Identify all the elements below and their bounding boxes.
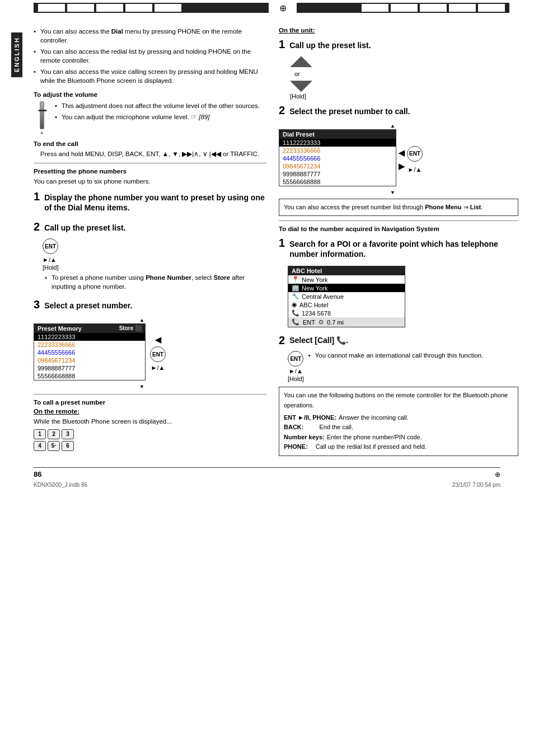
step1-number: 1 [34, 190, 40, 203]
abc-row-2: 🏢 New York [288, 284, 405, 292]
wrench-icon: 🔧 [292, 293, 299, 300]
step2-right-text: Select the preset number to call. [289, 106, 410, 116]
top-border-right-decoration [357, 4, 509, 12]
dial-row-3: 44455556666 [279, 154, 396, 162]
hold-text-right: [Hold] [290, 93, 306, 100]
tb-block-2 [67, 4, 94, 12]
ent-button-step2[interactable]: ENT [43, 238, 58, 254]
step1-text: Display the phone number you want to pre… [44, 192, 266, 213]
remote-item-1: ENT ►/II, PHONE: Answer the incoming cal… [284, 413, 513, 423]
key-6[interactable]: 6 [62, 441, 74, 451]
ent-label: ENT [45, 243, 56, 250]
top-border-left [34, 3, 269, 13]
abc-footer: 📞 ENT ⊙ 0.7 mi [288, 317, 405, 327]
step2-nav-number: 2 [279, 334, 285, 347]
step1-nav-container: 1 Search for a POI or a favorite point w… [279, 236, 518, 262]
top-border-right [297, 3, 509, 13]
key-5[interactable]: 5· [48, 441, 60, 451]
step2-hold-label: [Hold] [34, 264, 266, 271]
hold-label-nav: [Hold] [288, 375, 304, 382]
step1-right-container: 1 Call up the preset list. [279, 37, 518, 54]
presetting-heading: Presetting the phone numbers [34, 168, 266, 175]
volume-bullet-2: You can adjust the microphone volume lev… [55, 112, 260, 121]
step2-nav-bullets: You cannot make an international call th… [308, 351, 484, 362]
bullet-3: You can also access the voice calling sc… [34, 67, 266, 85]
step1-left-container: 1 Display the phone number you want to p… [34, 189, 266, 216]
ent-button-nav[interactable]: ENT [288, 351, 303, 367]
on-unit-label: On the unit: [279, 27, 518, 34]
left-column: You can also access the Dial menu by pre… [34, 21, 274, 462]
pin-icon: 📍 [292, 276, 299, 283]
ent-label-dial: ENT [409, 151, 420, 157]
top-center-symbol: ⊕ [269, 3, 297, 13]
left-arrow-icon: ◀ [155, 335, 161, 344]
preset-call-heading: To call a preset number [34, 399, 266, 406]
down-arrow-btn[interactable] [290, 81, 312, 92]
dial-row-4: 09845671234 [279, 162, 396, 170]
preset-table-container: ▲ Preset Memory Store ⬛ 11122223333 2223… [34, 317, 146, 389]
volume-icon: + [34, 101, 50, 136]
step1-nav-number: 1 [279, 237, 285, 250]
ent-button-preset[interactable]: ENT [150, 346, 166, 362]
preset-side-nav: ◀ ENT ►/▲ [148, 335, 168, 371]
key-2[interactable]: 2 [48, 429, 60, 439]
play-label-nav: ►/▲ [289, 368, 303, 374]
abc-table-container: ABC Hotel 📍 New York 🏢 New York 🔧 Centra… [288, 266, 518, 327]
step2-bullets: To preset a phone number using Phone Num… [34, 273, 266, 291]
remote-item-2: BACK: End the call. [284, 422, 513, 433]
top-border: ⊕ [0, 0, 534, 16]
number-keys: 1 2 3 4 5· 6 [34, 429, 266, 451]
tb-block-r3 [420, 4, 447, 12]
volume-bullets: This adjustment does not affect the volu… [55, 101, 260, 124]
tb-block-r5 [478, 4, 505, 12]
key-4[interactable]: 4 [34, 441, 46, 451]
key-row-1: 1 2 3 [34, 429, 266, 439]
ent-label-nav: ENT [290, 356, 301, 362]
or-text: or [294, 71, 300, 77]
bullet-2: You can also access the redial list by p… [34, 47, 266, 65]
dial-table-container: ▲ Dial Preset 11122223333 22233336666 44… [279, 123, 396, 195]
remote-key-3: Number keys: [284, 433, 325, 443]
up-down-or: or [Hold] [279, 56, 518, 100]
step2-nav-text: Select [Call] 📞. [289, 335, 348, 345]
dial-down-arrow: ▼ [279, 190, 396, 195]
abc-table: ABC Hotel 📍 New York 🏢 New York 🔧 Centra… [288, 266, 405, 327]
abc-row-4: ◉ ABC Hotel [288, 300, 405, 309]
play-label-preset: ►/▲ [151, 364, 165, 371]
tb-block-3 [96, 4, 123, 12]
language-label: ENGLISH [11, 32, 22, 77]
up-arrow-btn[interactable] [290, 56, 312, 67]
step2-left-container: 2 Call up the preset list. [34, 219, 266, 236]
abc-row-5-text: 1234 5678 [302, 310, 331, 317]
step3-text: Select a preset number. [44, 300, 132, 311]
content-area: ENGLISH You can also access the Dial men… [0, 16, 534, 462]
dial-row-6: 55566668888 [279, 178, 396, 186]
step1-right-text: Call up the preset list. [289, 40, 371, 50]
abc-row-5: 📞 1234 5678 [288, 309, 405, 317]
preset-nav-right: ►/▲ [151, 364, 165, 371]
ent-label-preset: ENT [152, 351, 163, 358]
dial-side-nav: ◀ ▶ [399, 148, 405, 171]
key-1[interactable]: 1 [34, 429, 46, 439]
dial-left-arrow: ◀ [399, 148, 405, 157]
abc-footer-dist: 0.7 mi [327, 319, 344, 326]
step2-bullet-1: To preset a phone number using Phone Num… [45, 273, 266, 291]
key-3[interactable]: 3 [62, 429, 74, 439]
preset-up-arrow: ▲ [34, 317, 146, 323]
q-icon: ◉ [292, 301, 297, 308]
volume-box: + This adjustment does not affect the vo… [34, 101, 266, 136]
remote-desc-4: Call up the redial list if pressed and h… [316, 442, 427, 452]
remote-key-4: PHONE: [284, 442, 308, 452]
end-call-text: Press and hold MENU, DISP, BACK, ENT, ▲,… [34, 149, 266, 158]
preset-down-arrow: ▼ [34, 384, 146, 389]
remote-info-intro: You can use the following buttons on the… [284, 391, 513, 410]
bullet-1: You can also access the Dial menu by pre… [34, 27, 266, 45]
ent-button-dial[interactable]: ENT [407, 146, 423, 162]
building-icon: 🏢 [292, 284, 299, 292]
step1-nav-text: Search for a POI or a favorite point whi… [289, 239, 518, 259]
preset-row-5: 99988887777 [34, 364, 145, 372]
play-label-dial: ►/▲ [408, 166, 422, 173]
end-call-heading: To end the call [34, 140, 266, 147]
divider-2 [34, 394, 266, 395]
remote-desc-1: Answer the incoming call. [339, 413, 409, 423]
